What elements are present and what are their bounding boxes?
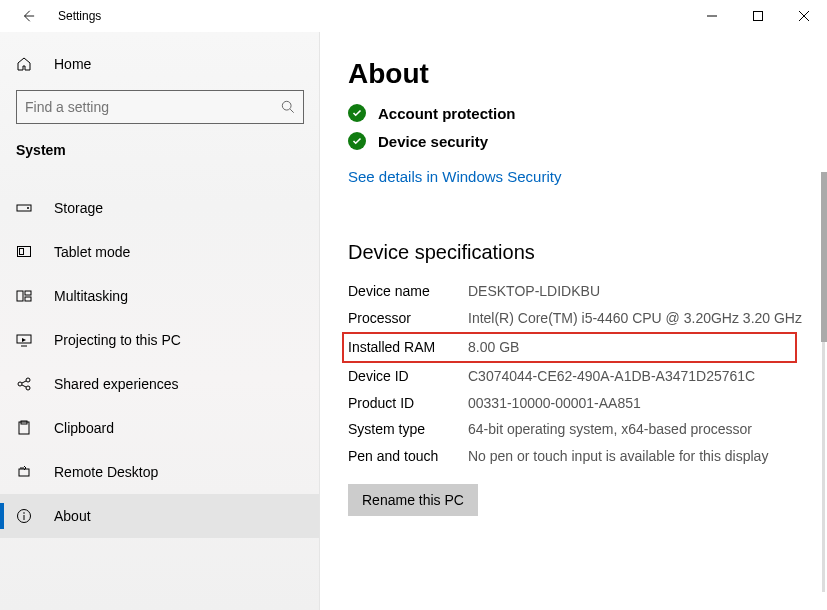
svg-rect-6 xyxy=(17,291,23,301)
spec-key: Product ID xyxy=(348,394,468,413)
spec-key: Installed RAM xyxy=(348,338,468,357)
sidebar-item-remote-desktop[interactable]: Remote Desktop xyxy=(0,450,320,494)
sidebar-item-tablet-mode[interactable]: Tablet mode xyxy=(0,230,320,274)
check-icon xyxy=(348,104,366,122)
storage-icon xyxy=(16,200,36,216)
sidebar-item-projecting[interactable]: Projecting to this PC xyxy=(0,318,320,362)
spec-pen-touch: Pen and touch No pen or touch input is a… xyxy=(348,443,807,470)
svg-point-3 xyxy=(27,207,29,209)
remote-desktop-icon xyxy=(16,464,36,480)
sidebar-item-label: Tablet mode xyxy=(54,244,130,260)
sidebar-item-label: Shared experiences xyxy=(54,376,179,392)
rename-pc-button[interactable]: Rename this PC xyxy=(348,484,478,516)
spec-value: No pen or touch input is available for t… xyxy=(468,447,807,466)
shared-icon xyxy=(16,376,36,392)
page-title: About xyxy=(348,58,807,90)
svg-rect-5 xyxy=(20,249,24,255)
search-input[interactable] xyxy=(25,99,281,115)
sidebar-group-system: System xyxy=(0,134,320,168)
spec-product-id: Product ID 00331-10000-00001-AA851 xyxy=(348,390,807,417)
spec-value: C3074044-CE62-490A-A1DB-A3471D25761C xyxy=(468,367,807,386)
check-icon xyxy=(348,132,366,150)
spec-value: Intel(R) Core(TM) i5-4460 CPU @ 3.20GHz … xyxy=(468,309,807,328)
svg-rect-0 xyxy=(754,12,763,21)
main-content: About Account protection Device security… xyxy=(320,32,827,610)
spec-key: Device name xyxy=(348,282,468,301)
svg-point-11 xyxy=(26,378,30,382)
sidebar-item-clipboard[interactable]: Clipboard xyxy=(0,406,320,450)
sidebar-item-label: Clipboard xyxy=(54,420,114,436)
spec-processor: Processor Intel(R) Core(TM) i5-4460 CPU … xyxy=(348,305,807,332)
spec-key: Pen and touch xyxy=(348,447,468,466)
sidebar-item-storage[interactable]: Storage xyxy=(0,186,320,230)
tablet-icon xyxy=(16,244,36,260)
back-button[interactable] xyxy=(16,4,40,28)
spec-key: System type xyxy=(348,420,468,439)
sidebar-item-shared-experiences[interactable]: Shared experiences xyxy=(0,362,320,406)
device-specifications-heading: Device specifications xyxy=(348,241,807,264)
spec-value: DESKTOP-LDIDKBU xyxy=(468,282,807,301)
close-button[interactable] xyxy=(781,0,827,32)
projecting-icon xyxy=(16,332,36,348)
spec-key: Device ID xyxy=(348,367,468,386)
sidebar-item-label: Projecting to this PC xyxy=(54,332,181,348)
svg-rect-7 xyxy=(25,291,31,295)
clipboard-icon xyxy=(16,420,36,436)
status-label: Device security xyxy=(378,133,488,150)
svg-point-1 xyxy=(282,101,291,110)
search-box[interactable] xyxy=(16,90,304,124)
spec-value: 64-bit operating system, x64-based proce… xyxy=(468,420,807,439)
sidebar-item-label: Storage xyxy=(54,200,103,216)
sidebar-item-label: Remote Desktop xyxy=(54,464,158,480)
info-icon xyxy=(16,508,36,524)
spec-device-id: Device ID C3074044-CE62-490A-A1DB-A3471D… xyxy=(348,363,807,390)
sidebar-home-label: Home xyxy=(54,56,91,72)
status-label: Account protection xyxy=(378,105,516,122)
home-icon xyxy=(16,56,36,72)
sidebar-item-label: Multitasking xyxy=(54,288,128,304)
scrollbar-thumb[interactable] xyxy=(821,172,827,342)
spec-key: Processor xyxy=(348,309,468,328)
svg-point-17 xyxy=(23,512,25,514)
minimize-button[interactable] xyxy=(689,0,735,32)
spec-installed-ram: Installed RAM 8.00 GB xyxy=(342,332,797,363)
sidebar-item-multitasking[interactable]: Multitasking xyxy=(0,274,320,318)
status-account-protection: Account protection xyxy=(348,104,807,122)
sidebar-item-about[interactable]: About xyxy=(0,494,320,538)
spec-system-type: System type 64-bit operating system, x64… xyxy=(348,416,807,443)
multitasking-icon xyxy=(16,288,36,304)
svg-point-10 xyxy=(18,382,22,386)
maximize-button[interactable] xyxy=(735,0,781,32)
svg-point-12 xyxy=(26,386,30,390)
sidebar-home[interactable]: Home xyxy=(0,44,320,84)
search-icon xyxy=(281,100,295,114)
spec-value: 8.00 GB xyxy=(468,338,795,357)
window-title: Settings xyxy=(58,9,689,23)
sidebar-item-label: About xyxy=(54,508,91,524)
svg-rect-15 xyxy=(19,469,29,476)
active-indicator xyxy=(0,503,4,529)
titlebar: Settings xyxy=(0,0,827,32)
svg-rect-8 xyxy=(25,297,31,301)
spec-device-name: Device name DESKTOP-LDIDKBU xyxy=(348,278,807,305)
security-details-link[interactable]: See details in Windows Security xyxy=(348,168,561,185)
status-device-security: Device security xyxy=(348,132,807,150)
spec-value: 00331-10000-00001-AA851 xyxy=(468,394,807,413)
sidebar: Home System Storage Tablet mode xyxy=(0,32,320,610)
